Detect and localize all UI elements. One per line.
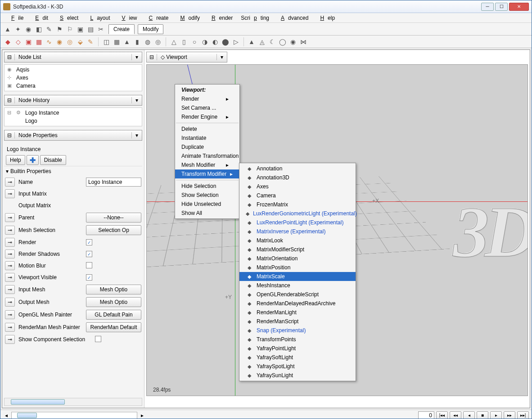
- plug-icon[interactable]: ⊸: [5, 298, 15, 307]
- render-checkbox[interactable]: ✓: [86, 239, 92, 245]
- pin-icon[interactable]: ⊟: [5, 132, 14, 138]
- menu-render[interactable]: Render: [204, 14, 236, 22]
- knife-tool-icon[interactable]: ✂: [96, 25, 105, 34]
- light-ambient-icon[interactable]: ◯: [278, 37, 287, 46]
- menu-edit[interactable]: Edit: [28, 14, 52, 22]
- menu-item[interactable]: Mesh Modifier▸: [175, 160, 239, 169]
- plug-icon[interactable]: ⊸: [5, 213, 15, 222]
- viewport-context-menu[interactable]: Viewport:Render▸Set Camera ...Render Eng…: [175, 84, 240, 219]
- pin-icon[interactable]: ⊟: [5, 97, 14, 103]
- add-property-button[interactable]: ✚: [27, 155, 39, 165]
- menu-item[interactable]: Transform Modifier▸: [175, 169, 239, 178]
- menu-create[interactable]: Create: [142, 14, 172, 22]
- menu-help[interactable]: Help: [313, 14, 338, 22]
- menu-item[interactable]: Show All: [175, 209, 239, 218]
- submenu-item[interactable]: ◆MatrixScale: [239, 272, 356, 281]
- list-item[interactable]: Logo: [5, 117, 142, 125]
- plug-icon[interactable]: ⊸: [5, 261, 15, 270]
- submenu-item[interactable]: ◆MatrixLook: [239, 236, 356, 245]
- show-comp-sel-checkbox[interactable]: [95, 336, 101, 342]
- quad-disk-icon[interactable]: ○: [190, 37, 199, 46]
- dropdown-icon[interactable]: ▾: [217, 54, 227, 60]
- poly-grid-icon[interactable]: ▦: [34, 37, 43, 46]
- submenu-item[interactable]: ◆RenderManLight: [239, 308, 356, 317]
- minimize-button[interactable]: ─: [481, 3, 494, 11]
- quad-cone-icon[interactable]: △: [169, 37, 178, 46]
- menu-item[interactable]: Hide Selection: [175, 182, 239, 191]
- menu-item[interactable]: Duplicate: [175, 143, 239, 152]
- submenu-item[interactable]: ◆RenderManScript: [239, 317, 356, 326]
- plug-icon[interactable]: ⊸: [5, 250, 15, 259]
- submenu-item[interactable]: ◆Axes: [239, 182, 356, 191]
- submenu-item[interactable]: ◆FrozenMatrix: [239, 200, 356, 209]
- submenu-item[interactable]: ◆YafraySpotLight: [239, 362, 356, 371]
- submenu-item[interactable]: ◆RenderManDelayedReadArchive: [239, 299, 356, 308]
- prim-torus-icon[interactable]: ◎: [153, 37, 162, 46]
- disable-button[interactable]: Disable: [40, 155, 66, 165]
- poly-cube-icon[interactable]: ◆: [3, 37, 12, 46]
- quad-cyl-icon[interactable]: ▯: [180, 37, 189, 46]
- help-button[interactable]: Help: [6, 155, 25, 165]
- submenu-item[interactable]: ◆LuxRenderPointLight (Experimental): [239, 218, 356, 227]
- menu-item[interactable]: Render Engine▸: [175, 112, 239, 121]
- stop-button[interactable]: ■: [477, 411, 488, 419]
- name-input[interactable]: [86, 178, 141, 187]
- camera-new-icon[interactable]: ⋈: [299, 37, 308, 46]
- move-tool-icon[interactable]: ✦: [14, 25, 23, 34]
- timeline-scrollbar[interactable]: [11, 412, 137, 419]
- renderman-painter-button[interactable]: RenderMan Default: [86, 322, 141, 332]
- dropdown-icon[interactable]: ▾: [132, 132, 142, 138]
- tab-create[interactable]: Create: [108, 24, 135, 34]
- submenu-item[interactable]: ◆Camera: [239, 191, 356, 200]
- maximize-button[interactable]: ☐: [495, 3, 508, 11]
- menu-view[interactable]: View: [114, 14, 140, 22]
- quad-paraboloid-icon[interactable]: ◐: [211, 37, 220, 46]
- panel-head-nodehistory[interactable]: ⊟ Node History ▾: [4, 95, 142, 106]
- snap-tool-icon[interactable]: ✎: [45, 25, 54, 34]
- frame-input[interactable]: [418, 411, 434, 419]
- transform-modifier-submenu[interactable]: ◆Annotation◆Annotation3D◆Axes◆Camera◆Fro…: [239, 163, 356, 381]
- plug-icon[interactable]: ⊸: [5, 178, 15, 187]
- close-button[interactable]: ✕: [509, 3, 529, 11]
- list-item[interactable]: ⊹Axes: [5, 74, 142, 82]
- light-point-icon[interactable]: ▲: [247, 37, 256, 46]
- step-back-button[interactable]: ◂: [463, 411, 475, 419]
- scale-tool-icon[interactable]: ◧: [34, 25, 43, 34]
- select-tool-icon[interactable]: ▲: [3, 25, 12, 34]
- motion-blur-checkbox[interactable]: [86, 262, 92, 268]
- submenu-item[interactable]: ◆Annotation3D: [239, 173, 356, 182]
- panel-head-nodeprops[interactable]: ⊟ Node Properties ▾: [4, 130, 142, 141]
- panel-head-viewport[interactable]: ⊟ ◇ Viewport ▾: [146, 52, 227, 62]
- submenu-item[interactable]: ◆YafraySoftLight: [239, 353, 356, 362]
- submenu-item[interactable]: ◆Annotation: [239, 164, 356, 173]
- output-mesh-button[interactable]: Mesh Optio: [86, 297, 141, 307]
- unparent-tool-icon[interactable]: ⚐: [65, 25, 74, 34]
- scroll-left-icon[interactable]: ◂: [3, 412, 9, 419]
- tab-modify[interactable]: Modify: [138, 24, 163, 34]
- quad-torus-icon[interactable]: ▷: [231, 37, 240, 46]
- submenu-item[interactable]: ◆MatrixInverse (Experimental): [239, 227, 356, 236]
- text-tool-icon[interactable]: ✎: [86, 37, 95, 46]
- submenu-item[interactable]: ◆Snap (Experimental): [239, 326, 356, 335]
- left-scrollbar[interactable]: [4, 398, 142, 406]
- plug-icon[interactable]: ⊸: [5, 310, 15, 319]
- list-item[interactable]: ▣Camera: [5, 82, 142, 90]
- collapse-icon[interactable]: ▾: [6, 168, 9, 174]
- menu-advanced[interactable]: Advanced: [274, 14, 312, 22]
- submenu-item[interactable]: ◆OpenGLRenderableScript: [239, 290, 356, 299]
- menu-item[interactable]: Render▸: [175, 94, 239, 103]
- list-item[interactable]: ◉Aqsis: [5, 66, 142, 74]
- menu-item[interactable]: Set Camera ...: [175, 103, 239, 112]
- curve-icon[interactable]: ∿: [45, 37, 54, 46]
- parent-tool-icon[interactable]: ⚑: [55, 25, 64, 34]
- light-distant-icon[interactable]: ☾: [268, 37, 277, 46]
- quad-sphere-icon[interactable]: ⬤: [221, 37, 230, 46]
- minus-icon[interactable]: ⊟: [7, 110, 14, 116]
- pin-icon[interactable]: ⊟: [147, 54, 157, 60]
- prim-cube-icon[interactable]: ◫: [102, 37, 111, 46]
- viewport-visible-checkbox[interactable]: ✓: [86, 274, 92, 281]
- dropdown-icon[interactable]: ▾: [132, 54, 142, 60]
- plug-tool-icon[interactable]: ▤: [86, 25, 95, 34]
- render-shadows-checkbox[interactable]: ✓: [86, 251, 92, 257]
- poly-cube2-icon[interactable]: ◇: [14, 37, 23, 46]
